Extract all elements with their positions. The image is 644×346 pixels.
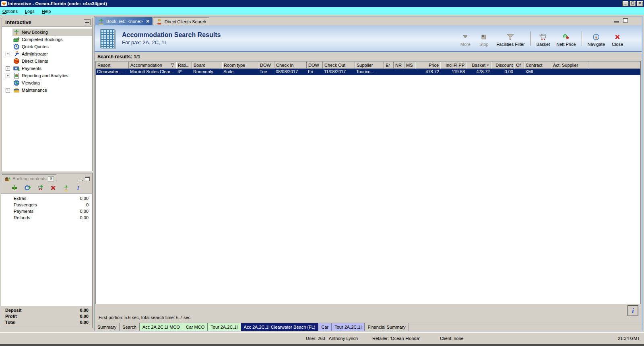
table-cell: Marriott Suites Clear...: [129, 69, 176, 75]
column-header-act-supplier[interactable]: Act. Supplier: [551, 62, 588, 69]
booking-contents-row[interactable]: Passengers0: [1, 202, 92, 208]
add-icon[interactable]: [11, 185, 18, 192]
menu-item-logs[interactable]: Logs: [25, 9, 35, 14]
column-header-label: Check Out: [324, 63, 345, 68]
expand-icon[interactable]: +: [6, 88, 10, 93]
bottom-tab-car-mco[interactable]: Car MCO: [183, 323, 208, 331]
main-panel-maximize-icon[interactable]: [623, 18, 628, 23]
bottom-tab-tour-2a-2c-1i[interactable]: Tour 2A,2C,1I: [332, 323, 365, 331]
column-header-nr[interactable]: NR: [394, 62, 405, 69]
bottom-tab-acc-2a-2c-1i-clearwater-beach-fl-[interactable]: Acc 2A,2C,1I Clearwater Beach (FL): [241, 323, 319, 331]
column-header-basket[interactable]: Basket▼: [466, 62, 491, 69]
column-header-accommodation[interactable]: Accommodation: [129, 62, 176, 69]
sidebar-item-administrator[interactable]: +Administrator: [2, 50, 92, 58]
column-header-check-in[interactable]: Check In: [275, 62, 307, 69]
bottom-tab-financial-summary[interactable]: Financial Summary: [365, 323, 409, 331]
column-header-er[interactable]: Er: [384, 62, 394, 69]
column-header-dow[interactable]: DOW: [307, 62, 323, 69]
row-label: Refunds: [14, 215, 30, 220]
column-header-room-type[interactable]: Room type: [222, 62, 258, 69]
basket-icon: [539, 33, 547, 41]
close-button[interactable]: ×: [637, 1, 643, 6]
menu-item-help[interactable]: Help: [42, 9, 51, 14]
booking-panel-maximize-icon[interactable]: [85, 177, 90, 181]
booking-totals-row: Total0.00: [1, 320, 92, 326]
sidebar-item-payments[interactable]: +$Payments: [2, 65, 92, 72]
main-panel-minimize-icon[interactable]: [614, 21, 619, 23]
column-header-supplier[interactable]: Supplier: [355, 62, 384, 69]
booking-contents-tab[interactable]: Booking contents ✕: [2, 174, 56, 183]
sidebar-item-reporting-and-analytics[interactable]: +Reporting and Analytics: [2, 72, 92, 79]
booking-contents-close-icon[interactable]: ✕: [48, 176, 54, 181]
booking-contents-list: Extras0.00Passengers0Payments0.00Refunds…: [1, 193, 92, 306]
booking-panel-minimize-icon[interactable]: [78, 180, 83, 181]
bottom-tab-row: SummarySearchAcc 2A,2C,1I MCOCar MCOTour…: [95, 323, 642, 331]
sidebar-tree: New BookingCompleted BookingsQuick Quote…: [2, 27, 92, 171]
sidebar-collapse-button[interactable]: [84, 19, 91, 25]
column-header-label: Accommodation: [130, 63, 162, 68]
column-header-label: Er: [386, 63, 390, 68]
sidebar-panel: Interactive New BookingCompleted Booking…: [2, 18, 93, 171]
clock-globe-icon: [13, 43, 20, 50]
document-tab-book-ref-none-[interactable]: Book. ref.: <none>✕: [95, 17, 153, 25]
expand-icon[interactable]: +: [6, 74, 10, 78]
column-header-contract[interactable]: Contract: [524, 62, 551, 69]
nett-price-icon: $: [562, 33, 570, 41]
sidebar-item-viewdata[interactable]: Viewdata: [2, 79, 92, 86]
total-label: Total: [5, 320, 15, 326]
cart-add-icon[interactable]: [37, 185, 44, 192]
filter-funnel-icon[interactable]: [170, 63, 175, 67]
refresh-globe-icon[interactable]: [24, 185, 31, 192]
facilities-filter-button[interactable]: Facilities Filter: [493, 30, 527, 47]
sidebar-item-quick-quotes[interactable]: Quick Quotes: [2, 43, 92, 50]
bottom-tab-car[interactable]: Car: [318, 323, 332, 331]
svg-text:i: i: [77, 185, 79, 191]
restore-button[interactable]: ❐: [630, 1, 636, 6]
navigate-button[interactable]: Navigate: [585, 30, 608, 47]
column-header-rati-[interactable]: Rati...: [176, 62, 192, 69]
column-header-resort[interactable]: Resort: [96, 62, 129, 69]
table-row[interactable]: Clearwater ...Marriott Suites Clear...4*…: [96, 69, 640, 75]
bottom-tab-acc-2a-2c-1i-mco[interactable]: Acc 2A,2C,1I MCO: [140, 323, 183, 331]
bottom-tab-summary[interactable]: Summary: [95, 323, 120, 331]
booking-contents-row[interactable]: Extras0.00: [1, 195, 92, 202]
column-header-dow[interactable]: DOW: [258, 62, 275, 69]
app-icon: [1, 1, 7, 6]
column-header-check-out[interactable]: Check Out: [323, 62, 355, 69]
expand-icon[interactable]: +: [6, 66, 10, 71]
booking-contents-row[interactable]: Payments0.00: [1, 208, 92, 214]
delete-icon[interactable]: [50, 185, 57, 192]
sidebar-item-maintenance[interactable]: +Maintenance: [2, 86, 92, 94]
expand-icon[interactable]: +: [6, 52, 10, 56]
tab-close-icon[interactable]: ✕: [146, 19, 150, 24]
menu-item-options[interactable]: Options: [2, 9, 18, 14]
palm-tree-icon[interactable]: [63, 185, 70, 192]
column-header-incl-fl-pp[interactable]: Incl.Fl.PP: [440, 62, 466, 69]
column-header-of[interactable]: Of: [514, 62, 524, 69]
info-button[interactable]: i: [627, 305, 638, 316]
basket-button[interactable]: Basket: [534, 30, 553, 47]
close-button[interactable]: Close: [609, 30, 626, 47]
sidebar-item-completed-bookings[interactable]: Completed Bookings: [2, 36, 92, 43]
svg-text:$: $: [564, 34, 566, 38]
column-header-discount[interactable]: Discount: [491, 62, 514, 69]
table-cell: Roomonly: [192, 69, 222, 75]
svg-text:$: $: [18, 68, 20, 72]
minimize-button[interactable]: _: [622, 1, 629, 6]
bottom-tab-tour-2a-2c-1i[interactable]: Tour 2A,2C,1I: [208, 323, 241, 331]
nett-price-button[interactable]: $Nett Price: [553, 30, 578, 47]
sidebar-item-label: Administrator: [22, 51, 48, 56]
booking-contents-row[interactable]: Refunds0.00: [1, 214, 92, 221]
sort-indicator-icon: ▼: [486, 64, 489, 67]
sidebar-item-new-booking[interactable]: New Booking: [2, 29, 92, 36]
info-icon[interactable]: i: [76, 185, 83, 192]
booking-contents-tabbar: Booking contents ✕: [1, 173, 92, 183]
sidebar-item-direct-clients[interactable]: Direct Clients: [2, 58, 92, 65]
column-header-price[interactable]: Price: [415, 62, 440, 69]
row-label: Payments: [14, 209, 33, 214]
column-header-board[interactable]: Board: [192, 62, 222, 69]
document-tab-direct-clients-search[interactable]: Direct Clients Search: [153, 17, 209, 25]
column-header-ms[interactable]: MS: [405, 62, 415, 69]
row-value: 0.00: [80, 209, 89, 214]
bottom-tab-search[interactable]: Search: [120, 323, 140, 331]
